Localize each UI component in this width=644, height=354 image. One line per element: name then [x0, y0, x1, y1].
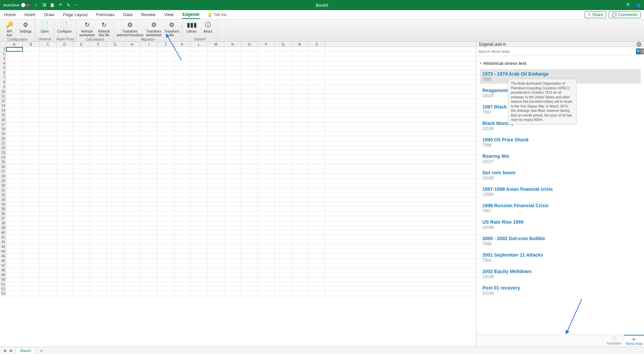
- cell[interactable]: [292, 155, 308, 160]
- cell[interactable]: [23, 113, 40, 118]
- cell[interactable]: [40, 108, 56, 113]
- cell[interactable]: [107, 94, 124, 99]
- cell[interactable]: [308, 94, 325, 99]
- cell[interactable]: [73, 71, 90, 75]
- cell[interactable]: [292, 136, 308, 141]
- cell[interactable]: [140, 193, 157, 197]
- cell[interactable]: [224, 71, 241, 75]
- cell[interactable]: [191, 85, 208, 89]
- cell[interactable]: [275, 207, 292, 212]
- row-header[interactable]: 28: [0, 174, 6, 178]
- cell[interactable]: [40, 259, 56, 263]
- cell[interactable]: [56, 221, 73, 226]
- cell[interactable]: [23, 240, 40, 245]
- row-header[interactable]: 52: [0, 287, 6, 291]
- cell[interactable]: [308, 230, 325, 235]
- cell[interactable]: [308, 136, 325, 141]
- cell[interactable]: [107, 254, 124, 259]
- cell[interactable]: [56, 183, 73, 188]
- cell[interactable]: [241, 89, 258, 94]
- cell[interactable]: [292, 188, 308, 193]
- cell[interactable]: [124, 47, 140, 52]
- cell[interactable]: [107, 240, 124, 245]
- cell[interactable]: [157, 292, 174, 296]
- cell[interactable]: [40, 132, 56, 136]
- cell[interactable]: [90, 160, 107, 165]
- cell[interactable]: [191, 103, 208, 108]
- cell[interactable]: [208, 103, 224, 108]
- row-header[interactable]: 21: [0, 141, 6, 145]
- cell[interactable]: [241, 52, 258, 56]
- cell[interactable]: [124, 136, 140, 141]
- cell[interactable]: [174, 268, 191, 273]
- cell[interactable]: [258, 292, 275, 296]
- tab-review[interactable]: Review: [140, 11, 156, 18]
- cell[interactable]: [174, 146, 191, 150]
- cell[interactable]: [6, 193, 23, 197]
- cell[interactable]: [258, 193, 275, 197]
- cell[interactable]: [208, 188, 224, 193]
- cell[interactable]: [73, 132, 90, 136]
- cell[interactable]: [140, 160, 157, 165]
- cell[interactable]: [224, 197, 241, 202]
- cell[interactable]: [40, 99, 56, 103]
- cell[interactable]: [23, 75, 40, 80]
- tab-page-layout[interactable]: Page Layout: [62, 11, 88, 18]
- cell[interactable]: [23, 277, 40, 282]
- cell[interactable]: [157, 259, 174, 263]
- cell[interactable]: [292, 66, 308, 71]
- cell[interactable]: [140, 85, 157, 89]
- cell[interactable]: [275, 160, 292, 165]
- cell[interactable]: [275, 165, 292, 169]
- row-header[interactable]: 20: [0, 136, 6, 141]
- cell[interactable]: [258, 146, 275, 150]
- cell[interactable]: [90, 174, 107, 179]
- cell[interactable]: [258, 47, 275, 52]
- row-header[interactable]: 4: [0, 61, 6, 65]
- cell[interactable]: [208, 212, 224, 216]
- cell[interactable]: [241, 188, 258, 193]
- cell[interactable]: [124, 141, 140, 146]
- cell[interactable]: [292, 94, 308, 99]
- cell[interactable]: [140, 52, 157, 56]
- cell[interactable]: [241, 254, 258, 259]
- cell[interactable]: [157, 263, 174, 268]
- cell[interactable]: [292, 273, 308, 277]
- cell[interactable]: [292, 202, 308, 207]
- cell[interactable]: [40, 150, 56, 155]
- cell[interactable]: [258, 230, 275, 235]
- cell[interactable]: [6, 52, 23, 56]
- cell[interactable]: [107, 99, 124, 103]
- cell[interactable]: [292, 169, 308, 174]
- cell[interactable]: [124, 75, 140, 80]
- cell[interactable]: [224, 273, 241, 277]
- cell[interactable]: [90, 52, 107, 56]
- cell[interactable]: [224, 150, 241, 155]
- cell[interactable]: [292, 277, 308, 282]
- cell[interactable]: [6, 132, 23, 136]
- cell[interactable]: [90, 132, 107, 136]
- row-header[interactable]: 17: [0, 122, 6, 127]
- cell[interactable]: [23, 127, 40, 132]
- cell[interactable]: [208, 127, 224, 132]
- cell[interactable]: [241, 179, 258, 183]
- cell[interactable]: [191, 263, 208, 268]
- cell[interactable]: [191, 56, 208, 61]
- cell[interactable]: [6, 146, 23, 150]
- cell[interactable]: [157, 179, 174, 183]
- cell[interactable]: [241, 263, 258, 268]
- cell[interactable]: [6, 47, 23, 52]
- cell[interactable]: [224, 85, 241, 89]
- cell[interactable]: [258, 188, 275, 193]
- cell[interactable]: [258, 94, 275, 99]
- cell[interactable]: [40, 71, 56, 75]
- cell[interactable]: [23, 287, 40, 292]
- cell[interactable]: [308, 169, 325, 174]
- cell[interactable]: [292, 113, 308, 118]
- cell[interactable]: [208, 268, 224, 273]
- cell[interactable]: [90, 108, 107, 113]
- cell[interactable]: [90, 197, 107, 202]
- cell[interactable]: [174, 136, 191, 141]
- row-header[interactable]: 24: [0, 155, 6, 160]
- cell[interactable]: [208, 85, 224, 89]
